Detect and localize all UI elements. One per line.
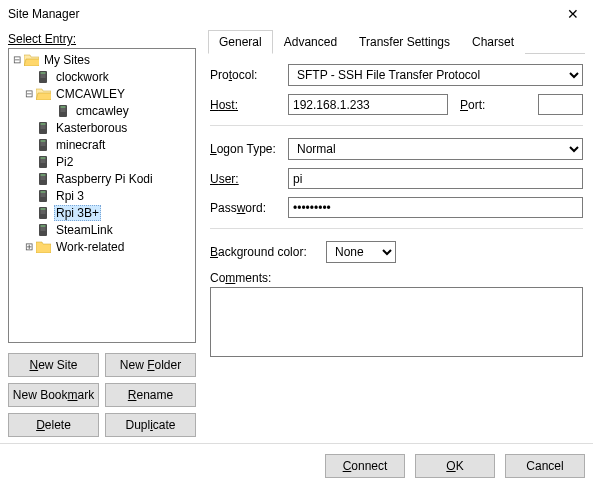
svg-rect-9 xyxy=(41,123,46,124)
select-entry-label: Select Entry: xyxy=(8,28,196,48)
duplicate-button[interactable]: Duplicate xyxy=(105,413,196,437)
tree-site[interactable]: minecraft xyxy=(9,136,195,153)
tree-item-label: clockwork xyxy=(54,70,111,84)
folder-icon xyxy=(35,87,51,101)
tree-item-label: SteamLink xyxy=(54,223,115,237)
svg-rect-25 xyxy=(41,191,46,192)
new-bookmark-button[interactable]: New Bookmark xyxy=(8,383,99,407)
svg-rect-13 xyxy=(41,140,46,141)
tab-charset[interactable]: Charset xyxy=(461,30,525,54)
svg-rect-18 xyxy=(41,159,46,160)
svg-rect-21 xyxy=(41,174,46,175)
background-color-label: Background color: xyxy=(210,245,320,259)
new-site-button[interactable]: New Site xyxy=(8,353,99,377)
svg-rect-7 xyxy=(61,110,66,111)
svg-rect-14 xyxy=(41,142,46,143)
protocol-select[interactable]: SFTP - SSH File Transfer Protocol xyxy=(288,64,583,86)
server-icon xyxy=(35,189,51,203)
svg-rect-33 xyxy=(41,225,46,226)
svg-rect-17 xyxy=(41,157,46,158)
tree-site[interactable]: cmcawley xyxy=(9,102,195,119)
svg-rect-11 xyxy=(41,127,46,128)
user-input[interactable] xyxy=(288,168,583,189)
tree-item-label: Rpi 3 xyxy=(54,189,86,203)
tree-item-label: cmcawley xyxy=(74,104,131,118)
svg-rect-29 xyxy=(41,208,46,209)
tree-site[interactable]: clockwork xyxy=(9,68,195,85)
tree-site[interactable]: Rpi 3B+ xyxy=(9,204,195,221)
svg-rect-19 xyxy=(41,161,46,162)
window-title: Site Manager xyxy=(8,7,79,21)
svg-rect-31 xyxy=(41,212,46,213)
svg-rect-34 xyxy=(41,227,46,228)
background-color-select[interactable]: None xyxy=(326,241,396,263)
tree-item-label: CMCAWLEY xyxy=(54,87,127,101)
connect-button[interactable]: Connect xyxy=(325,454,405,478)
svg-rect-27 xyxy=(41,195,46,196)
titlebar: Site Manager ✕ xyxy=(0,0,593,28)
svg-rect-35 xyxy=(41,229,46,230)
svg-rect-10 xyxy=(41,125,46,126)
logon-type-select[interactable]: Normal xyxy=(288,138,583,160)
server-icon xyxy=(35,155,51,169)
host-label: Host: xyxy=(210,98,282,112)
tree-site[interactable]: Pi2 xyxy=(9,153,195,170)
server-icon xyxy=(35,121,51,135)
tree-folder[interactable]: ⊞Work-related xyxy=(9,238,195,255)
port-label: Port: xyxy=(460,98,532,112)
folder-icon xyxy=(23,53,39,67)
divider xyxy=(210,125,583,126)
tab-strip: General Advanced Transfer Settings Chars… xyxy=(208,30,585,54)
tree-site[interactable]: Raspberry Pi Kodi xyxy=(9,170,195,187)
tree-item-label: Raspberry Pi Kodi xyxy=(54,172,155,186)
tree-folder[interactable]: ⊟My Sites xyxy=(9,51,195,68)
server-icon xyxy=(35,172,51,186)
close-icon[interactable]: ✕ xyxy=(561,4,585,24)
tree-item-label: minecraft xyxy=(54,138,107,152)
svg-rect-23 xyxy=(41,178,46,179)
ok-button[interactable]: OK xyxy=(415,454,495,478)
tab-general[interactable]: General xyxy=(208,30,273,54)
tree-item-label: Kasterborous xyxy=(54,121,129,135)
tab-advanced[interactable]: Advanced xyxy=(273,30,348,54)
server-icon xyxy=(35,223,51,237)
password-label: Password: xyxy=(210,201,282,215)
server-icon xyxy=(35,70,51,84)
collapse-icon[interactable]: ⊟ xyxy=(11,54,23,65)
server-icon xyxy=(35,206,51,220)
svg-rect-26 xyxy=(41,193,46,194)
host-input[interactable] xyxy=(288,94,448,115)
site-tree[interactable]: ⊟My Sitesclockwork⊟CMCAWLEYcmcawleyKaste… xyxy=(8,48,196,343)
svg-rect-6 xyxy=(61,108,66,109)
cancel-button[interactable]: Cancel xyxy=(505,454,585,478)
svg-rect-1 xyxy=(41,72,46,73)
new-folder-button[interactable]: New Folder xyxy=(105,353,196,377)
delete-button[interactable]: Delete xyxy=(8,413,99,437)
svg-rect-5 xyxy=(61,106,66,107)
comments-textarea[interactable] xyxy=(210,287,583,357)
expand-icon[interactable]: ⊞ xyxy=(23,241,35,252)
password-input[interactable] xyxy=(288,197,583,218)
tree-item-label: Work-related xyxy=(54,240,126,254)
svg-rect-15 xyxy=(41,144,46,145)
folder-icon xyxy=(35,240,51,254)
svg-rect-22 xyxy=(41,176,46,177)
port-input[interactable] xyxy=(538,94,583,115)
tab-transfer[interactable]: Transfer Settings xyxy=(348,30,461,54)
logon-type-label: Logon Type: xyxy=(210,142,282,156)
svg-rect-30 xyxy=(41,210,46,211)
tree-site[interactable]: Rpi 3 xyxy=(9,187,195,204)
tree-site[interactable]: SteamLink xyxy=(9,221,195,238)
tree-item-label: Rpi 3B+ xyxy=(54,205,101,221)
comments-label: Comments: xyxy=(210,271,583,285)
tree-folder[interactable]: ⊟CMCAWLEY xyxy=(9,85,195,102)
user-label: User: xyxy=(210,172,282,186)
rename-button[interactable]: Rename xyxy=(105,383,196,407)
svg-rect-2 xyxy=(41,74,46,75)
tree-site[interactable]: Kasterborous xyxy=(9,119,195,136)
divider xyxy=(210,228,583,229)
protocol-label: Protocol: xyxy=(210,68,282,82)
collapse-icon[interactable]: ⊟ xyxy=(23,88,35,99)
svg-rect-3 xyxy=(41,76,46,77)
server-icon xyxy=(35,138,51,152)
